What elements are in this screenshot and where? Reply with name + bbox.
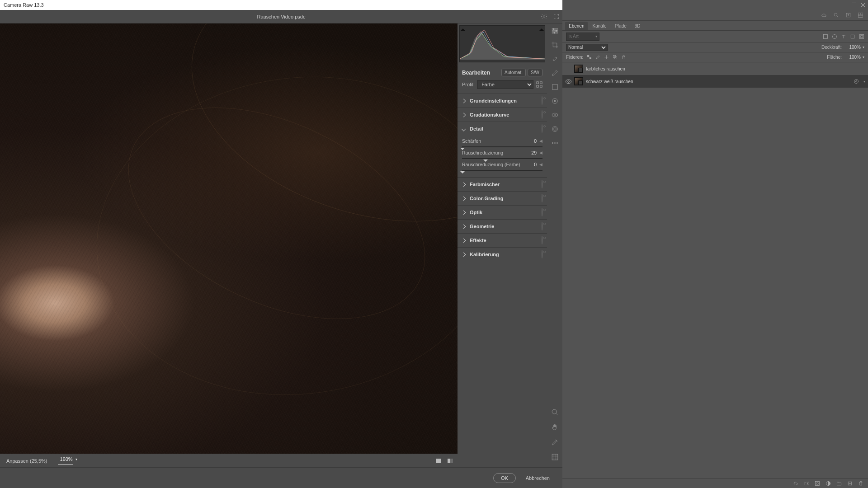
eye-icon[interactable]	[542, 180, 542, 188]
view-split-icon[interactable]	[448, 459, 453, 463]
sect-geometry[interactable]: Geometrie	[458, 220, 547, 233]
group-icon[interactable]	[836, 481, 842, 486]
profile-grid-icon[interactable]	[536, 81, 542, 88]
svg-rect-33	[860, 34, 864, 38]
layer-name[interactable]: farbliches rauschen	[586, 66, 625, 71]
fx-icon[interactable]	[804, 481, 809, 486]
crop-tool-icon[interactable]	[551, 41, 559, 49]
cancel-button[interactable]: Abbrechen	[526, 475, 550, 481]
sect-colorgrading[interactable]: Color-Grading	[458, 192, 547, 205]
layer-thumb[interactable]	[574, 77, 583, 85]
slider-sharpen[interactable]: Schärfen0◀	[462, 138, 542, 149]
eye-icon[interactable]	[542, 222, 542, 230]
svg-point-8	[553, 28, 554, 30]
eye-icon[interactable]	[542, 125, 542, 133]
close-icon[interactable]	[861, 3, 865, 7]
tab-layers[interactable]: Ebenen	[565, 22, 588, 30]
layer-filter-search[interactable]: ▾	[566, 33, 599, 41]
cr-titlebar: Camera Raw 13.3	[0, 0, 562, 10]
grid-icon[interactable]	[551, 453, 559, 461]
trash-icon[interactable]	[858, 481, 863, 486]
filter-pixel-icon[interactable]	[823, 34, 828, 39]
svg-point-9	[555, 30, 557, 32]
svg-rect-1	[537, 82, 538, 84]
tab-paths[interactable]: Pfade	[611, 22, 630, 30]
view-single-icon[interactable]	[436, 459, 441, 463]
eye-icon[interactable]	[542, 250, 542, 258]
eye-icon[interactable]	[542, 194, 542, 202]
blend-mode-select[interactable]: Normal	[566, 44, 608, 51]
edit-tool-icon[interactable]	[551, 27, 559, 35]
radial-tool-icon[interactable]	[551, 97, 559, 105]
brush-tool-icon[interactable]	[551, 69, 559, 77]
preset-tool-icon[interactable]	[551, 125, 559, 133]
filter-adjust-icon[interactable]	[832, 34, 837, 39]
sect-curve[interactable]: Gradationskurve	[458, 108, 547, 122]
filter-type-icon[interactable]	[841, 34, 846, 39]
sect-optics[interactable]: Optik	[458, 206, 547, 219]
eye-icon[interactable]	[542, 208, 542, 216]
sect-effects[interactable]: Effekte	[458, 234, 547, 247]
eye-icon[interactable]	[542, 97, 542, 105]
visibility-toggle[interactable]	[565, 66, 571, 72]
gear-icon[interactable]	[541, 13, 547, 20]
lock-nest-icon[interactable]	[613, 55, 618, 60]
layer-row[interactable]: schwarz weiß rauschen ▾	[562, 75, 868, 88]
cr-auto-button[interactable]: Automat.	[501, 69, 526, 76]
adjustment-icon[interactable]	[826, 481, 831, 486]
expand-icon[interactable]: ◀	[539, 139, 542, 143]
heal-tool-icon[interactable]	[551, 55, 559, 63]
workspace-icon[interactable]	[858, 12, 863, 18]
layer-name[interactable]: schwarz weiß rauschen	[586, 79, 633, 84]
maximize-icon[interactable]	[852, 3, 856, 7]
svg-point-17	[552, 127, 557, 131]
eye-icon[interactable]	[542, 236, 542, 244]
redeye-tool-icon[interactable]	[551, 111, 559, 119]
sect-basic[interactable]: Grundeinstellungen	[458, 94, 547, 108]
fill-input[interactable]	[844, 55, 861, 60]
cr-bw-button[interactable]: S/W	[528, 69, 542, 76]
new-layer-icon[interactable]	[847, 481, 853, 486]
sect-calibration[interactable]: Kalibrierung	[458, 248, 547, 261]
svg-point-14	[554, 100, 556, 102]
layer-row[interactable]: farbliches rauschen	[562, 62, 868, 75]
ok-button[interactable]: OK	[493, 473, 516, 483]
cr-profile-select[interactable]: Farbe	[477, 80, 533, 89]
lock-paint-icon[interactable]	[595, 55, 600, 60]
expand-icon[interactable]: ◀	[539, 150, 542, 155]
fullscreen-icon[interactable]	[553, 13, 560, 20]
tab-3d[interactable]: 3D	[631, 22, 644, 30]
opacity-input[interactable]	[844, 45, 861, 50]
eye-icon[interactable]	[542, 111, 542, 119]
lock-trans-icon[interactable]	[587, 55, 592, 60]
more-icon[interactable]	[551, 139, 559, 147]
slider-color-noise-reduction[interactable]: Rauschreduzierung (Farbe)0◀	[462, 162, 542, 173]
expand-icon[interactable]: ◀	[539, 162, 542, 167]
zoom-icon[interactable]	[551, 408, 559, 416]
tab-channels[interactable]: Kanäle	[589, 22, 610, 30]
lock-all-icon[interactable]	[621, 55, 626, 60]
sect-detail[interactable]: Detail	[458, 122, 547, 136]
sect-colormixer[interactable]: Farbmischer	[458, 178, 547, 191]
chevron-down-icon[interactable]: ▾	[863, 80, 865, 84]
search-icon[interactable]	[833, 12, 839, 18]
minimize-icon[interactable]	[843, 3, 847, 7]
visibility-toggle[interactable]	[565, 78, 571, 84]
layer-thumb[interactable]	[574, 65, 583, 73]
cr-fit-label[interactable]: Anpassen (25,5%)	[6, 458, 47, 464]
share-icon[interactable]	[845, 12, 851, 18]
lock-pos-icon[interactable]	[604, 55, 609, 60]
gradient-tool-icon[interactable]	[551, 83, 559, 91]
link-layers-icon[interactable]	[793, 481, 798, 486]
filter-shape-icon[interactable]	[850, 34, 855, 39]
cr-histogram[interactable]	[459, 25, 545, 62]
sampler-icon[interactable]	[551, 438, 559, 446]
smartfilter-icon[interactable]	[854, 79, 859, 84]
cloud-icon[interactable]	[821, 12, 827, 18]
filter-smart-icon[interactable]	[859, 34, 864, 39]
slider-noise-reduction[interactable]: Rauschreduzierung29◀	[462, 150, 542, 161]
mask-icon[interactable]	[815, 481, 820, 486]
hand-icon[interactable]	[551, 423, 559, 431]
cr-preview-image[interactable]	[0, 23, 458, 454]
cr-zoom-dropdown[interactable]: 160% ▾	[60, 456, 77, 462]
